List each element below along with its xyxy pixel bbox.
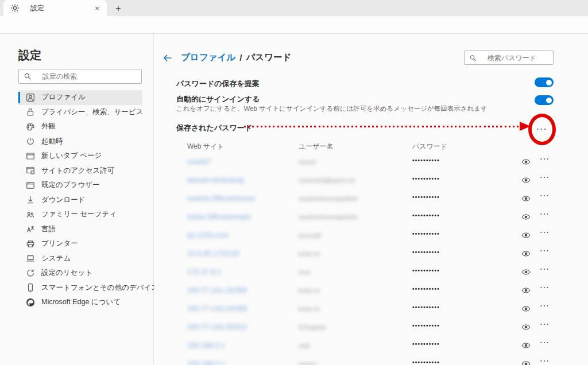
sidebar-item[interactable]: Microsoft Edge について [18, 295, 142, 310]
website-link[interactable]: 160.77.141.24/355 [187, 286, 247, 294]
sidebar-item-label: 既定のブラウザー [41, 180, 99, 190]
row-more-button[interactable]: ··· [539, 173, 551, 185]
sidebar-item[interactable]: ファミリー セーフティ [18, 207, 142, 222]
back-arrow-icon[interactable] [163, 53, 173, 63]
password-search-input[interactable] [488, 54, 548, 62]
sidebar-item[interactable]: 言語 [18, 222, 142, 237]
auto-signin-toggle[interactable] [535, 95, 554, 105]
row-more-button[interactable]: ··· [539, 302, 551, 313]
sidebar-item[interactable]: 外観 [18, 119, 142, 134]
sidebar-item[interactable]: システム [18, 251, 142, 266]
website-link[interactable]: 150.168.2.1 [187, 341, 225, 350]
sidebar-item-label: ダウンロード [41, 195, 85, 205]
page-title: パスワード [246, 52, 292, 64]
show-password-eye-icon[interactable] [521, 231, 531, 240]
password-table-row: qz-1234.cxmpxzowtf••••••••••··· [187, 226, 557, 244]
laptop-icon [26, 254, 35, 263]
show-password-eye-icon[interactable] [521, 249, 531, 258]
show-password-eye-icon[interactable] [521, 359, 531, 365]
website-link[interactable]: 150.168.2.1 [187, 360, 225, 365]
sidebar-item-label: プライバシー、検索、サービス [41, 107, 143, 117]
password-masked-value: •••••••••• [412, 341, 440, 347]
password-table-row: 150.168.2.1awxzc••••••••••··· [187, 355, 557, 365]
username-value: oxwmekt@qwxl.cm [299, 177, 355, 184]
show-password-eye-icon[interactable] [521, 304, 531, 313]
tab-close-icon[interactable]: × [92, 3, 102, 13]
show-password-eye-icon[interactable] [521, 267, 531, 277]
row-more-button[interactable]: ··· [539, 265, 551, 277]
sidebar-item[interactable]: プロファイル [18, 90, 142, 105]
sidebar-search-box[interactable] [18, 69, 142, 84]
row-more-button[interactable]: ··· [539, 155, 551, 166]
breadcrumb: プロファイル / パスワード [163, 52, 291, 64]
sidebar-search-input[interactable] [42, 72, 137, 80]
website-link[interactable]: sxwek7 [187, 158, 211, 166]
website-link[interactable]: 160.77.143.26/312 [187, 323, 247, 331]
show-password-eye-icon[interactable] [521, 157, 531, 166]
password-masked-value: •••••••••• [412, 323, 440, 329]
row-more-button[interactable]: ··· [539, 339, 551, 350]
row-more-button[interactable]: ··· [539, 320, 551, 332]
annotation-dotted-line [244, 126, 520, 127]
row-more-button[interactable]: ··· [539, 192, 551, 203]
header-password: パスワード [412, 142, 447, 152]
row-more-button[interactable]: ··· [539, 210, 551, 222]
sidebar-item-label: プリンター [41, 239, 78, 248]
sidebar-item[interactable]: プライバシー、検索、サービス [18, 105, 142, 120]
phone-icon [26, 283, 35, 292]
passwords-page: プロファイル / パスワード パスワードの保存を提案 自動的にサインインする こ… [154, 34, 588, 365]
table-header-row: Web サイト ユーザー名 パスワード [187, 142, 557, 151]
printer-icon [26, 239, 35, 248]
sidebar-item[interactable]: 起動時 [18, 134, 142, 149]
auto-signin-description: これをオフにすると、Web サイトにサインインする前には許可を求めるメッセージが… [176, 104, 488, 113]
settings-tab[interactable]: 設定 × [3, 0, 107, 16]
sidebar-item[interactable]: プリンター [18, 236, 142, 251]
row-more-button[interactable]: ··· [539, 284, 551, 295]
website-link[interactable]: 14.3.45.173/225 [187, 250, 239, 258]
search-icon [24, 72, 32, 80]
show-password-eye-icon[interactable] [521, 323, 531, 332]
password-masked-value: •••••••••• [412, 249, 440, 255]
sidebar-item[interactable]: サイトのアクセス許可 [18, 164, 142, 178]
tab-title: 設定 [30, 3, 92, 13]
row-more-button[interactable]: ··· [539, 357, 551, 365]
website-link[interactable]: qz-1234.cxm [187, 231, 229, 239]
breadcrumb-profile-link[interactable]: プロファイル [181, 52, 235, 64]
sidebar-item[interactable]: 既定のブラウザー [18, 178, 142, 193]
sidebar-item[interactable]: 設定のリセット [18, 266, 142, 281]
show-password-eye-icon[interactable] [521, 194, 531, 203]
website-link[interactable]: 160.77.143.24/358 [187, 305, 247, 313]
website-link[interactable]: 172.27.8.1 [187, 268, 221, 276]
row-more-button[interactable]: ··· [539, 228, 551, 240]
website-link[interactable]: oxwme Dfkcowmxsnt [187, 195, 254, 203]
show-password-eye-icon[interactable] [521, 212, 531, 222]
password-table-row: kxtew Dfkcowmxqntswxkeotmxowpektm•••••••… [187, 208, 557, 226]
sidebar-item[interactable]: ダウンロード [18, 193, 142, 208]
new-tab-button[interactable]: + [111, 2, 125, 15]
header-username: ユーザー名 [299, 142, 334, 152]
language-icon [26, 224, 35, 234]
download-icon [26, 195, 35, 204]
password-masked-value: •••••••••• [412, 194, 440, 200]
tab-strip: 設定 × + [0, 0, 588, 16]
username-value: swxkeotmxowpektm [299, 195, 358, 202]
show-password-eye-icon[interactable] [521, 286, 531, 295]
website-link[interactable]: kxtew Dfkcowmxqnt [187, 213, 250, 221]
show-password-eye-icon[interactable] [521, 341, 531, 350]
show-password-eye-icon[interactable] [521, 176, 531, 185]
username-value: zxct [299, 269, 310, 275]
sidebar-item[interactable]: スマートフォンとその他のデバイス [18, 281, 142, 296]
password-search-box[interactable] [464, 51, 554, 65]
row-more-button[interactable]: ··· [539, 247, 551, 258]
site-permissions-icon [26, 166, 35, 175]
toggle-knob [546, 80, 552, 86]
browser-window: 設定 × + Edge | edge://settings/passwords … [0, 0, 588, 365]
offer-save-passwords-toggle[interactable] [535, 77, 554, 87]
sidebar-item[interactable]: 新しいタブ ページ [18, 149, 142, 164]
password-masked-value: •••••••••• [412, 157, 440, 164]
profile-icon [26, 93, 35, 102]
password-table-row: 150.168.2.1zwk••••••••••··· [187, 336, 557, 355]
website-link[interactable]: wexam temkowxp [187, 176, 244, 184]
username-value: kxtw-nt [299, 305, 319, 312]
sidebar-item-label: システム [41, 254, 71, 263]
